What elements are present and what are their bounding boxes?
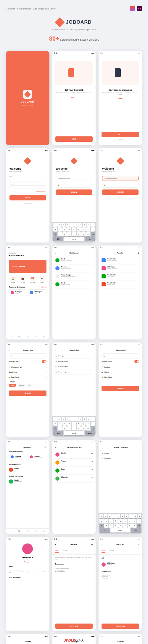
job-item[interactable]: Front End DevGojek • Jakarta <box>102 272 139 280</box>
suggest-item[interactable]: 🔍UI Designer <box>55 353 93 359</box>
job-info: UI DesignerYogyakarta <box>99 561 142 568</box>
category-parttime[interactable]: ⏰Part Time <box>28 276 36 283</box>
notif-item[interactable]: Project ManagerNew Job UX Designer still… <box>55 272 93 280</box>
search-button[interactable]: SEARCH <box>9 390 46 396</box>
company-card[interactable]: DribbbleDesign Community <box>28 454 46 460</box>
work-row[interactable]: 💼 Work type› <box>6 370 49 375</box>
back-button[interactable]: ‹ <box>102 252 102 254</box>
promo-banner[interactable]: 158 Job This Week <box>9 260 46 273</box>
suggest-item[interactable]: 🔍Dribbble Pro <box>102 456 139 461</box>
search-input[interactable]: 🔍 <box>102 353 139 358</box>
next-button[interactable]: NEXT <box>55 136 93 142</box>
tab-company[interactable]: Company <box>62 550 68 553</box>
tab-detail[interactable]: Detail <box>55 550 59 553</box>
register-button[interactable]: REGISTER <box>102 189 139 195</box>
forgot-link[interactable]: Forgot Password? <box>9 191 46 192</box>
figma-icon <box>130 6 135 11</box>
password-input[interactable]: 🔒 •••••••• <box>56 183 92 188</box>
job-item[interactable]: UI DesignerDribbble • Yogyakarta <box>102 264 139 272</box>
back-button[interactable]: ‹ <box>55 446 56 448</box>
screen-onboard-1: 9:41●●● Get your dream job We have a lot… <box>52 51 96 145</box>
suggest-item[interactable]: 🔍UI Designer Mobile <box>55 364 93 369</box>
about-text: Dribbble is the world's leading communit… <box>6 570 49 574</box>
chip[interactable]: Design <box>9 384 16 387</box>
suggest-item[interactable]: 🔍Graphic Designer <box>55 369 93 375</box>
apply-button[interactable]: APPLY NOW <box>102 624 139 629</box>
suggest-item[interactable]: 🔍UX Designer office <box>55 359 93 364</box>
salary-row[interactable]: 💰 Salary Range› <box>6 375 49 380</box>
job-item[interactable]: Front End DevShopee • Jakarta <box>102 280 139 288</box>
chip[interactable]: +5 <box>27 384 32 387</box>
job-card[interactable]: UI DesignerDribbble <box>9 289 27 296</box>
back-button[interactable]: ‹ <box>102 446 102 448</box>
tab-msg[interactable]: ✉ <box>35 336 37 338</box>
tab-profile[interactable]: ◉ <box>43 336 45 338</box>
onboard-illustration <box>55 61 93 85</box>
company-card[interactable]: FacebookTechnology <box>9 454 27 460</box>
skip-button[interactable]: SKIP <box>102 137 139 142</box>
filter-icon[interactable]: ⚙ <box>138 252 139 254</box>
screen-job-detail: 9:41●●● ‹Dribbble☆ DetailCompany Dribbbl… <box>52 537 96 631</box>
back-button[interactable]: ‹ <box>55 252 56 254</box>
stat-line: 80+ Screens in Light & Dark Versions <box>6 35 142 42</box>
notif-item[interactable]: ShoobAccept your application <box>55 256 93 264</box>
salary-row[interactable]: 💰 Salary Range› <box>99 375 142 380</box>
view-all-link[interactable]: View all <box>41 286 46 288</box>
suggest-item[interactable]: 🔍Dribbble <box>102 451 139 456</box>
keyboard[interactable]: qwertyuiop asdfghjkl ⇧zxcvbnm⌫ 123spaces… <box>52 416 96 437</box>
back-button[interactable]: ‹ <box>102 349 102 351</box>
tab-search[interactable]: 🔍 <box>18 336 21 338</box>
category-remote[interactable]: 🏠Remote <box>9 276 17 283</box>
email-input[interactable] <box>9 178 46 181</box>
signin-button[interactable]: SIGN IN <box>56 189 92 195</box>
page-title: Activity <box>24 641 31 643</box>
password-input[interactable]: 🔒 <box>102 183 139 188</box>
tabbar: ⌂🔍▤✉◉ <box>6 334 49 339</box>
company-item[interactable]: Adobe <box>6 466 49 473</box>
back-button[interactable]: ‹ <box>102 543 102 546</box>
category-more[interactable]: ⋯More <box>38 276 46 283</box>
tab-home[interactable]: ⌂ <box>10 336 12 338</box>
chip[interactable]: Engineer <box>17 384 25 387</box>
keyboard[interactable]: qwertyuiop asdfghjkl ⇧zxcvbnm⌫ 123spaceg… <box>99 513 142 534</box>
req-text: • Bachelor degree• Design skills• Team p… <box>99 575 142 579</box>
company-item[interactable]: Gojek15 <box>55 467 93 475</box>
apply-button[interactable]: APPLY NOW <box>55 624 93 629</box>
back-button[interactable]: ‹ <box>55 543 56 546</box>
company-item[interactable]: SpotifyProject Manager <box>6 478 49 485</box>
job-item[interactable]: Front End DevGoogle • Yogyakarta <box>102 256 139 264</box>
adv-toggle[interactable] <box>42 360 46 363</box>
company-item[interactable]: Tokopedia12 <box>55 475 93 483</box>
back-button[interactable]: ‹ <box>9 349 9 351</box>
keyboard[interactable]: qwertyuiop asdfghjkl ⇧zxcvbnm⌫ 123spaceg… <box>52 222 96 243</box>
where-row[interactable]: 📍 Where do you live?› <box>6 365 49 370</box>
signin-button[interactable]: SIGN IN <box>9 195 46 200</box>
tab-detail[interactable]: Detail <box>102 550 105 553</box>
work-row[interactable]: 💼 Full time› <box>99 370 142 375</box>
tab-company[interactable]: Company <box>109 550 114 553</box>
search-icon[interactable]: 🔍 <box>44 446 46 448</box>
stat-text: Screens in Light & Dark Versions <box>60 38 99 41</box>
job-card[interactable]: UX DesignerGoogle <box>28 289 46 296</box>
notif-item[interactable]: ShoobSent you a message <box>55 280 93 288</box>
notif-item[interactable]: 30 personLooking at your profile <box>55 264 93 272</box>
page-title: Popular <box>117 252 123 254</box>
search-input[interactable]: 🔍 <box>9 353 46 358</box>
section-title: Suggested for You <box>6 461 49 466</box>
email-input-error[interactable]: ✉ bimantaraa@mail.co <box>102 176 139 181</box>
email-input[interactable]: ✉ bimantaraa@mail.co <box>56 176 92 181</box>
password-input[interactable] <box>9 185 46 189</box>
category-fulltime[interactable]: 💼Full Time <box>19 276 27 283</box>
adv-toggle[interactable] <box>134 360 139 363</box>
section-title: Most Viewed Company <box>6 451 49 452</box>
tab-activity[interactable]: ▤ <box>27 336 29 338</box>
bookmark-icon[interactable]: ☆ <box>138 543 139 546</box>
next-button[interactable]: NEXT <box>102 132 139 137</box>
search-button[interactable]: SEARCH <box>102 386 139 391</box>
company-item[interactable]: Amazon18 <box>55 459 93 467</box>
back-button[interactable]: ‹ <box>55 349 56 351</box>
bookmark-icon[interactable]: ☆ <box>91 543 93 546</box>
company-item[interactable]: Dribbble23 <box>55 451 93 459</box>
where-row[interactable]: 📍 Yogyakarta› <box>99 365 142 370</box>
onboard-subtitle: Manage resume easily, you can make it, s… <box>102 92 139 95</box>
